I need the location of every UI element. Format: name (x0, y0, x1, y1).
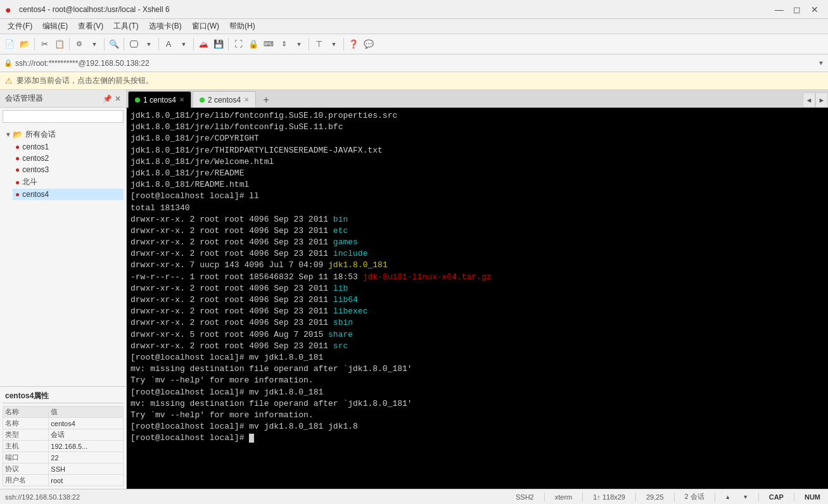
title-bar: ● centos4 - root@localhost:/usr/local - … (0, 0, 828, 19)
sidebar-pin-button[interactable]: 📌 (103, 94, 112, 103)
menu-view[interactable]: 查看(V) (73, 20, 108, 33)
help-button[interactable]: ❓ (347, 37, 360, 51)
xshell-logo-button[interactable]: ⛰ (196, 37, 210, 51)
menu-tools[interactable]: 工具(T) (108, 20, 143, 33)
tab-centos4-2[interactable]: 2 centos4 ✕ (193, 91, 256, 108)
prop-key-name: 名称 (3, 418, 49, 429)
font-button[interactable]: A (162, 37, 175, 51)
prop-key-type: 类型 (3, 429, 49, 441)
fullscreen-button[interactable]: ⛶ (231, 37, 245, 51)
session-icon-centos2: ● (15, 154, 20, 163)
sidebar-close-button[interactable]: ✕ (115, 94, 121, 103)
layout-button[interactable]: ⊤ (312, 37, 326, 51)
prop-val-user: root (49, 475, 124, 486)
toolbar-sep-9 (343, 38, 344, 51)
term-mv-error2: mv: missing destination file operand aft… (131, 398, 824, 410)
term-ls-include: drwxr-xr-x. 2 root root 4096 Sep 23 2011… (131, 248, 824, 260)
status-sep-7 (794, 493, 794, 501)
toolbar-sep-2 (69, 38, 70, 51)
app-icon: ● (5, 4, 15, 15)
menu-edit[interactable]: 编辑(E) (37, 20, 73, 33)
toolbar-sep-8 (309, 38, 309, 51)
session-icon-centos3: ● (15, 165, 20, 174)
menu-bar: 文件(F) 编辑(E) 查看(V) 工具(T) 选项卡(B) 窗口(W) 帮助(… (0, 19, 828, 34)
tabs-prev-button[interactable]: ◄ (803, 92, 815, 108)
session-icon-beidou: ● (15, 178, 20, 187)
close-button[interactable]: ✕ (806, 3, 823, 16)
address-input[interactable] (15, 57, 818, 70)
tab-close-1[interactable]: ✕ (179, 96, 184, 103)
properties-panel: centos4属性 名称 值 名称 centos4 类型 会话 主机 192.1… (0, 386, 126, 489)
open-button[interactable]: 📂 (18, 37, 32, 51)
prop-row-name: 名称 centos4 (3, 418, 124, 429)
prop-row-port: 端口 22 (3, 452, 124, 463)
prop-val-protocol: SSH (49, 463, 124, 475)
menu-help[interactable]: 帮助(H) (224, 20, 260, 33)
transfer-dropdown[interactable]: ▼ (292, 37, 306, 51)
search-button[interactable]: 🔍 (107, 37, 121, 51)
prop-key-port: 端口 (3, 452, 49, 463)
tab-centos4-1[interactable]: 1 centos4 ✕ (128, 91, 191, 108)
term-line-3: jdk1.8.0_181/jre/COPYRIGHT (131, 133, 824, 144)
tabs-nav: ◄ ► (803, 92, 828, 108)
term-ls-games: drwxr-xr-x. 2 root root 4096 Sep 23 2011… (131, 237, 824, 248)
terminal[interactable]: jdk1.8.0_181/jre/lib/fontconfig.SuSE.10.… (127, 108, 828, 489)
transfer-button[interactable]: ⇕ (277, 37, 291, 51)
term-line-total: total 181340 (131, 203, 824, 214)
term-mv-hint1: Try `mv --help' for more information. (131, 375, 824, 386)
term-line-4: jdk1.8.0_181/jre/THIRDPARTYLICENSEREADME… (131, 145, 824, 156)
toolbar-sep-1 (34, 38, 35, 51)
properties-button[interactable]: ⚙ (72, 37, 86, 51)
session-centos4[interactable]: ● centos4 (13, 189, 124, 200)
sidebar-title: 会话管理器 (5, 93, 103, 104)
status-down-button[interactable]: ▼ (741, 493, 751, 501)
status-sep-5 (715, 493, 715, 501)
dropdown-button[interactable]: ▼ (87, 37, 101, 51)
session-beidou[interactable]: ● 北斗 (13, 175, 124, 189)
term-line-6: jdk1.8.0_181/jre/README (131, 168, 824, 179)
session-tree: ▼ 📂 所有会话 ● centos1 ● centos2 ● cen (0, 125, 126, 386)
paste-button[interactable]: 📋 (53, 37, 67, 51)
tab-label-1: 1 centos4 (143, 96, 176, 104)
status-dimensions: 1↑ 118x29 (590, 493, 628, 501)
status-bar: ssh://192.168.50.138:22 SSH2 xterm 1↑ 11… (0, 489, 828, 504)
minimize-button[interactable]: — (771, 3, 787, 16)
menu-file[interactable]: 文件(F) (3, 20, 37, 33)
session-centos1[interactable]: ● centos1 (13, 141, 124, 153)
compose-button[interactable]: 🖵 (127, 37, 141, 51)
copy-button[interactable]: ✂ (37, 37, 51, 51)
new-session-button[interactable]: 📄 (3, 37, 16, 51)
session-label-centos4: centos4 (22, 190, 49, 199)
tree-toggle-icon: ▼ (5, 131, 11, 138)
compose-dropdown[interactable]: ▼ (142, 37, 156, 51)
tabs-next-button[interactable]: ► (815, 92, 828, 108)
term-mv-hint2: Try `mv --help' for more information. (131, 410, 824, 421)
status-right: SSH2 xterm 1↑ 118x29 29,25 2 会话 ▲ ▼ CAP … (513, 492, 823, 501)
chat-button[interactable]: 💬 (362, 37, 376, 51)
menu-tabs[interactable]: 选项卡(B) (144, 20, 187, 33)
prop-header-key: 名称 (3, 406, 49, 418)
font-dropdown[interactable]: ▼ (177, 37, 191, 51)
info-text: 要添加当前会话，点击左侧的箭头按钮。 (16, 75, 153, 86)
prop-row-host: 主机 192.168.5... (3, 441, 124, 452)
xftp-button[interactable]: 💾 (212, 37, 226, 51)
maximize-button[interactable]: ◻ (789, 3, 805, 16)
term-prompt5: [root@localhost local]# (131, 432, 824, 444)
term-ls-src: drwxr-xr-x. 2 root root 4096 Sep 23 2011… (131, 341, 824, 352)
session-centos2[interactable]: ● centos2 (13, 153, 124, 164)
menu-window[interactable]: 窗口(W) (187, 20, 224, 33)
expand-icon[interactable]: ▼ (818, 60, 824, 66)
status-up-button[interactable]: ▲ (723, 493, 733, 501)
lock-button[interactable]: 🔒 (246, 37, 260, 51)
session-search-input[interactable] (3, 110, 124, 123)
tab-close-2[interactable]: ✕ (244, 96, 249, 103)
term-line-prompt1: [root@localhost local]# ll (131, 191, 824, 202)
tree-root-label[interactable]: ▼ 📂 所有会话 (3, 128, 124, 141)
prop-val-name: centos4 (49, 418, 124, 429)
session-centos3[interactable]: ● centos3 (13, 164, 124, 175)
tab-add-button[interactable]: + (258, 92, 274, 108)
layout-dropdown[interactable]: ▼ (327, 37, 341, 51)
props-title: centos4属性 (3, 389, 124, 403)
keyboard-button[interactable]: ⌨ (262, 37, 276, 51)
status-sep-4 (674, 493, 675, 501)
